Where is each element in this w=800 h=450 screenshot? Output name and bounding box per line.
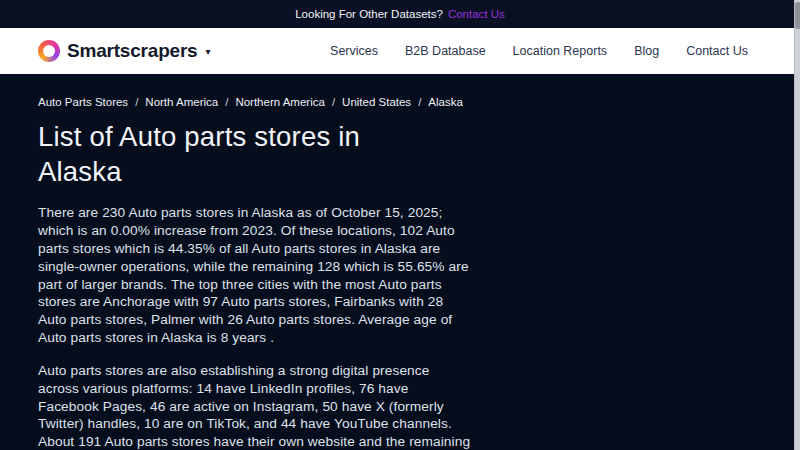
breadcrumb: Auto Parts Stores / North America / Nort…	[38, 96, 762, 108]
banner-contact-link[interactable]: Contact Us	[448, 8, 505, 20]
banner-text: Looking For Other Datasets?	[295, 8, 443, 20]
main-nav: Services B2B Database Location Reports B…	[330, 44, 748, 58]
chevron-down-icon: ▾	[205, 46, 210, 57]
breadcrumb-united-states[interactable]: United States	[342, 96, 411, 108]
page-title: List of Auto parts stores in Alaska	[38, 119, 438, 189]
page-content: Auto Parts Stores / North America / Nort…	[0, 74, 800, 450]
breadcrumb-alaska[interactable]: Alaska	[428, 96, 463, 108]
nav-item-contact-us[interactable]: Contact Us	[686, 44, 748, 58]
breadcrumb-separator: /	[225, 96, 228, 108]
breadcrumb-separator: /	[135, 96, 138, 108]
breadcrumb-north-america[interactable]: North America	[145, 96, 218, 108]
breadcrumb-auto-parts-stores[interactable]: Auto Parts Stores	[38, 96, 128, 108]
nav-item-blog[interactable]: Blog	[634, 44, 659, 58]
site-header: Smartscrapers ▾ Services B2B Database Lo…	[0, 28, 800, 74]
intro-section: There are 230 Auto parts stores in Alask…	[38, 204, 762, 450]
breadcrumb-separator: /	[418, 96, 421, 108]
breadcrumb-northern-america[interactable]: Northern America	[235, 96, 324, 108]
scrollbar-thumb[interactable]	[795, 2, 800, 29]
breadcrumb-separator: /	[332, 96, 335, 108]
vertical-scrollbar[interactable]	[794, 0, 800, 450]
intro-paragraph-2: Auto parts stores are also establishing …	[38, 362, 472, 450]
brand-logo[interactable]: Smartscrapers ▾	[38, 40, 211, 62]
announcement-banner: Looking For Other Datasets? Contact Us	[0, 0, 800, 28]
nav-item-location-reports[interactable]: Location Reports	[513, 44, 608, 58]
brand-name: Smartscrapers	[67, 40, 197, 62]
smartscrapers-ring-logo-icon	[38, 40, 60, 62]
nav-item-b2b-database[interactable]: B2B Database	[405, 44, 486, 58]
intro-paragraph-1: There are 230 Auto parts stores in Alask…	[38, 204, 472, 347]
nav-item-services[interactable]: Services	[330, 44, 378, 58]
